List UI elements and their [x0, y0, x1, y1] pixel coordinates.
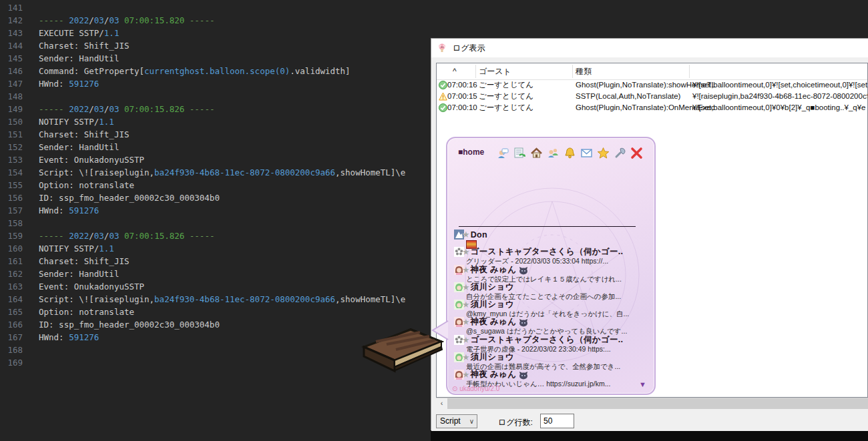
line-number: 161: [0, 255, 23, 268]
log-list-header: ^ ゴースト 種類: [437, 63, 867, 80]
dialog-controls: Script ∨ ログ行数:: [431, 409, 868, 431]
log-kind: SSTP(Local,Auth,NoTranslate): [576, 91, 680, 102]
mail-icon[interactable]: [580, 147, 593, 159]
log-content: ¥![raiseplugin,ba24f930-4b68-11ec-8072-0…: [692, 91, 868, 102]
code-line: 154Script: \![raiseplugin,ba24f930-4b68-…: [0, 166, 431, 179]
code-line: 145Sender: HandUtil: [0, 52, 431, 65]
line-number: 142: [0, 14, 23, 27]
favorite-star-icon[interactable]: ★: [462, 317, 470, 327]
dialog-title: ログ表示: [453, 43, 485, 54]
favorite-star-icon[interactable]: ★: [462, 352, 470, 362]
code-line: 159----- 2022/03/03 07:00:15.826 -----: [0, 230, 431, 242]
cat-badge-icon: [519, 266, 528, 274]
timeline-entry[interactable]: ★Don: [454, 230, 649, 247]
line-number: 163: [0, 280, 23, 293]
entry-author: 神夜 みゅん: [471, 316, 517, 328]
timeline-entry[interactable]: ★須川ショウ最近の企画は難易度が高そうで、全然参加でき...: [454, 352, 649, 370]
entry-author: 須川ショウ: [471, 282, 514, 293]
line-number: 143: [0, 27, 23, 39]
line-number: 154: [0, 166, 23, 179]
code-line: 161Charset: Shift_JIS: [0, 255, 431, 268]
favorite-star-icon[interactable]: ★: [462, 247, 470, 257]
home-icon[interactable]: [530, 147, 543, 159]
column-header-kind[interactable]: 種類: [576, 63, 592, 79]
favorite-star-icon[interactable]: ★: [462, 370, 470, 380]
log-time: 07:00:15: [447, 91, 477, 102]
timeline-entry[interactable]: ★神夜 みゅん@s_sugawa はだうかごとかやっても良いんです...: [454, 317, 649, 334]
dialog-titlebar[interactable]: ログ表示: [431, 39, 868, 57]
column-header-status[interactable]: ^: [453, 63, 457, 79]
line-number: 164: [0, 293, 23, 306]
code-line: 143EXECUTE SSTP/1.1: [0, 27, 431, 39]
code-line: 141: [0, 1, 431, 14]
status-warn-icon: [439, 92, 447, 101]
timeline-entry[interactable]: ★須川ショウ自分が企画を立てたことでよその企画への参加...: [454, 282, 649, 300]
line-number: 168: [0, 344, 23, 356]
timeline-entry[interactable]: ★須川ショウ@kmy_myun はだうかは「それをきっかけに、自...: [454, 300, 649, 317]
close-icon[interactable]: [630, 147, 643, 159]
line-number: 150: [0, 115, 23, 128]
code-line: 164Script: \![raiseplugin,ba24f930-4b68-…: [0, 293, 431, 306]
code-line: 163Event: OnukadonyuSSTP: [0, 280, 431, 293]
bell-icon[interactable]: [564, 147, 576, 159]
log-type-select[interactable]: Script ∨: [436, 414, 477, 428]
cat-badge-icon: [519, 370, 528, 379]
column-divider[interactable]: [475, 65, 476, 78]
log-ghost: ごーすとじてん: [479, 102, 533, 113]
log-time: 07:00:16: [447, 79, 477, 91]
line-number: 147: [0, 77, 23, 90]
code-line: 142----- 2022/03/03 07:00:15.820 -----: [0, 14, 431, 27]
scroll-left-button[interactable]: ‹: [436, 398, 447, 409]
line-number: 141: [0, 1, 23, 14]
line-number: 165: [0, 306, 23, 318]
favorite-star-icon[interactable]: ★: [462, 300, 470, 310]
favorite-star-icon[interactable]: ★: [462, 230, 470, 240]
entry-author: 須川ショウ: [471, 352, 514, 363]
balloon-tail: [431, 320, 449, 341]
log-table-row[interactable]: 07:00:10ごーすとじてんGhost(Plugin,NoTranslate)…: [437, 102, 867, 113]
column-header-ghost[interactable]: ゴースト: [479, 63, 511, 79]
line-number: 152: [0, 141, 23, 153]
star-icon[interactable]: [597, 147, 610, 159]
code-line: 157HWnd: 591276: [0, 204, 431, 217]
chat-user-icon[interactable]: [497, 147, 509, 159]
log-time: 07:00:10: [447, 102, 477, 113]
code-line: 149----- 2022/03/03 07:00:15.826 -----: [0, 103, 431, 115]
line-number: 149: [0, 103, 23, 115]
horizontal-scrollbar[interactable]: ‹: [436, 398, 868, 410]
log-lines-input[interactable]: [540, 414, 574, 428]
dialog-bottom-shadow: [431, 430, 868, 441]
entry-author: 神夜 みゅん: [471, 369, 517, 380]
column-divider[interactable]: [689, 65, 690, 78]
list-refresh-icon[interactable]: [513, 147, 526, 159]
scroll-down-arrow[interactable]: ▼: [639, 380, 646, 388]
favorite-star-icon[interactable]: ★: [462, 265, 470, 275]
favorite-star-icon[interactable]: ★: [462, 282, 470, 292]
timeline-entry[interactable]: ★神夜 みゅんところで設定上ではレイキ１５歳なんですけれ...: [454, 265, 649, 282]
status-ok-icon: [439, 103, 447, 112]
code-line: 160NOTIFY SSTP/1.1: [0, 242, 431, 255]
entry-author: ゴーストキャプターさくら（伺かゴー..: [471, 246, 624, 258]
favorite-star-icon[interactable]: ★: [462, 335, 470, 345]
line-number: 156: [0, 191, 23, 204]
timeline-entry[interactable]: ★ゴーストキャプターさくら（伺かゴー..電子世界の虚像 - 2022/03/02…: [454, 335, 649, 352]
log-content: ¥![set,balloontimeout,0]¥![set,choicetim…: [692, 79, 868, 91]
status-ok-icon: [439, 81, 447, 89]
line-number: 158: [0, 217, 23, 230]
log-ghost: ごーすとじてん: [479, 79, 533, 91]
entry-author: 須川ショウ: [471, 299, 514, 310]
wrench-icon[interactable]: [614, 147, 626, 159]
code-line: 162Sender: HandUtil: [0, 268, 431, 280]
log-content: ¥![set,balloontimeout,0]¥0¥b[2]¥_q■booti…: [692, 102, 866, 113]
log-table-row[interactable]: 07:00:15ごーすとじてんSSTP(Local,Auth,NoTransla…: [437, 91, 867, 102]
scrollbar-thumb[interactable]: [447, 398, 868, 409]
code-line: 153Event: OnukadonyuSSTP: [0, 153, 431, 166]
log-table-row[interactable]: 07:00:16ごーすとじてんGhost(Plugin,NoTranslate)…: [437, 79, 867, 91]
code-line: 158: [0, 217, 431, 230]
users-icon[interactable]: [547, 147, 560, 159]
column-divider[interactable]: [572, 65, 573, 78]
entry-author: 神夜 みゅん: [471, 264, 517, 276]
line-number: 159: [0, 230, 23, 242]
timeline-entry[interactable]: ★ゴーストキャプターさくら（伺かゴー..グリッダーズ - 2022/03/03 …: [454, 247, 649, 264]
ghost-balloon[interactable]: ■home ★Don★ゴーストキャプターさくら（伺かゴー..グリッダーズ - 2…: [446, 137, 656, 395]
